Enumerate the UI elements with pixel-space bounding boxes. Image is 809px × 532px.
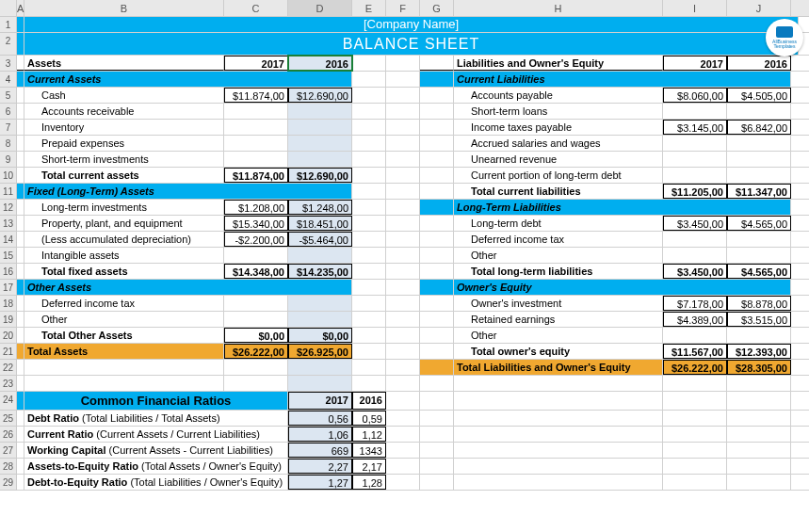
row-10[interactable]: 10	[0, 168, 17, 184]
ppe-2017[interactable]: $15.340,00	[224, 216, 288, 231]
re-2016[interactable]: $3.515,00	[727, 312, 791, 327]
row-26[interactable]: 26	[0, 427, 17, 443]
ratios-header: Common Financial Ratios	[24, 392, 288, 410]
row-8[interactable]: 8	[0, 136, 17, 152]
ltd-2016[interactable]: $4.565,00	[727, 216, 791, 231]
lti-label: Long-term investments	[24, 200, 224, 215]
re-label: Retained earnings	[454, 312, 663, 327]
toa-label: Total Other Assets	[24, 328, 224, 343]
oi-2017[interactable]: $7.178,00	[663, 296, 727, 311]
ratio-name-2: Working Capital	[27, 444, 106, 456]
row-27[interactable]: 27	[0, 443, 17, 459]
row-19[interactable]: 19	[0, 312, 17, 328]
dep-2016[interactable]: -$5.464,00	[288, 232, 352, 247]
ltd-2017[interactable]: $3.450,00	[663, 216, 727, 231]
row-4[interactable]: 4	[0, 72, 17, 88]
sti-label: Short-term investments	[24, 152, 224, 167]
ppe-2016[interactable]: $18.451,00	[288, 216, 352, 231]
tca-2016: $12.690,00	[288, 168, 352, 183]
row-3[interactable]: 3	[0, 56, 17, 72]
intang-label: Intangible assets	[24, 248, 224, 263]
row-25[interactable]: 25	[0, 411, 17, 427]
col-J[interactable]: J	[727, 0, 791, 16]
oi-2016[interactable]: $8.878,00	[727, 296, 791, 311]
year-2017-left: 2017	[224, 56, 288, 71]
row-9[interactable]: 9	[0, 152, 17, 168]
col-D[interactable]: D	[288, 0, 352, 16]
row-7[interactable]: 7	[0, 120, 17, 136]
row-1[interactable]: 1	[0, 17, 17, 33]
inv-label: Inventory	[24, 120, 224, 135]
row-11[interactable]: 11	[0, 184, 17, 200]
ratio-formula-4: (Total Liabilities / Owner's Equity)	[127, 476, 283, 488]
dit-label: Deferred income tax	[454, 232, 663, 247]
corner-cell[interactable]	[0, 0, 17, 16]
row-22[interactable]: 22	[0, 360, 17, 376]
ratio-name-1: Current Ratio	[27, 428, 93, 440]
ratio-formula-1: (Current Assets / Current Liabilities)	[93, 428, 260, 440]
ap-2017[interactable]: $8.060,00	[663, 88, 727, 103]
dep-2017[interactable]: -$2.200,00	[224, 232, 288, 247]
ap-2016[interactable]: $4.505,00	[727, 88, 791, 103]
row-16[interactable]: 16	[0, 264, 17, 280]
row-17[interactable]: 17	[0, 280, 17, 296]
asw-label: Accrued salaries and wages	[454, 136, 663, 151]
itp-2017[interactable]: $3.145,00	[663, 120, 727, 135]
row-6[interactable]: 6	[0, 104, 17, 120]
cash-2016[interactable]: $12.690,00	[288, 88, 352, 103]
ratio-name-0: Debt Ratio	[27, 412, 79, 424]
tcl-label: Total current liabilities	[454, 184, 663, 199]
tcl-2016: $11.347,00	[727, 184, 791, 199]
ratio-name-3: Assets-to-Equity Ratio	[27, 460, 138, 472]
ar-label: Accounts receivable	[24, 104, 224, 119]
row-2[interactable]: 2	[0, 33, 17, 56]
ap-label: Accounts payable	[454, 88, 663, 103]
liab-header: Liabilities and Owner's Equity	[454, 56, 663, 71]
col-F[interactable]: F	[386, 0, 420, 16]
row-13[interactable]: 13	[0, 216, 17, 232]
col-C[interactable]: C	[224, 0, 288, 16]
total-assets-2017: $26.222,00	[224, 344, 288, 359]
row-20[interactable]: 20	[0, 328, 17, 344]
row-15[interactable]: 15	[0, 248, 17, 264]
col-E[interactable]: E	[352, 0, 386, 16]
cash-2017[interactable]: $11.874,00	[224, 88, 288, 103]
fixed-assets-section: Fixed (Long-Term) Assets	[24, 184, 352, 199]
ratio-name-4: Debt-to-Equity Ratio	[27, 476, 127, 488]
total-le-2016: $28.305,00	[727, 360, 791, 375]
grid[interactable]: AllBusiness Templates [Company Name] BAL…	[17, 17, 809, 491]
column-headers: A B C D E F G H I J	[0, 0, 809, 17]
col-H[interactable]: H	[454, 0, 663, 16]
sheet-title: BALANCE SHEET	[24, 33, 799, 55]
ppe-label: Property, plant, and equipment	[24, 216, 224, 231]
year-2017-right: 2017	[663, 56, 727, 71]
col-B[interactable]: B	[24, 0, 224, 16]
ratio-4-2017: 1,27	[288, 475, 352, 490]
other-assets-section: Other Assets	[24, 280, 352, 295]
row-29[interactable]: 29	[0, 475, 17, 491]
lti-2016[interactable]: $1.248,00	[288, 200, 352, 215]
row-23[interactable]: 23	[0, 376, 17, 392]
ratio-0-2017: 0,56	[288, 411, 352, 426]
row-12[interactable]: 12	[0, 200, 17, 216]
ur-label: Unearned revenue	[454, 152, 663, 167]
re-2017[interactable]: $4.389,00	[663, 312, 727, 327]
ltd-label: Long-term debt	[454, 216, 663, 231]
tltl-2016: $4.565,00	[727, 264, 791, 279]
row-5[interactable]: 5	[0, 88, 17, 104]
row-24[interactable]: 24	[0, 392, 17, 411]
row-21[interactable]: 21	[0, 344, 17, 360]
col-I[interactable]: I	[663, 0, 727, 16]
row-28[interactable]: 28	[0, 459, 17, 475]
ratio-y2: 2016	[352, 392, 386, 410]
ratio-3-2016: 2,17	[352, 459, 386, 474]
row-18[interactable]: 18	[0, 296, 17, 312]
toa-2017: $0,00	[224, 328, 288, 343]
lti-2017[interactable]: $1.208,00	[224, 200, 288, 215]
col-G[interactable]: G	[420, 0, 454, 16]
itp-label: Income taxes payable	[454, 120, 663, 135]
row-14[interactable]: 14	[0, 232, 17, 248]
ltl-other-label: Other	[454, 248, 663, 263]
col-A[interactable]: A	[17, 0, 24, 16]
itp-2016[interactable]: $6.842,00	[727, 120, 791, 135]
